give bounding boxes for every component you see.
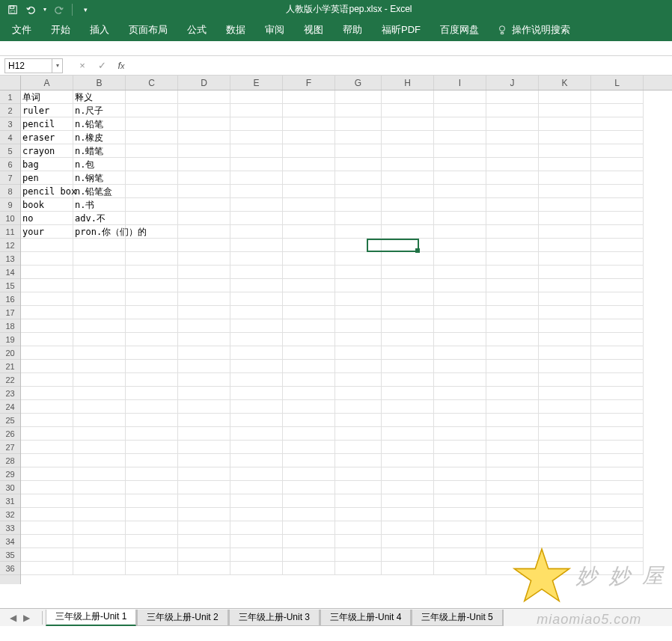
cell-B19[interactable] [73,333,126,346]
cell-J12[interactable] [486,239,539,252]
cell-E35[interactable] [230,548,283,562]
cell-B2[interactable]: n.尺子 [73,104,126,117]
cell-D1[interactable] [178,91,230,104]
cell-H29[interactable] [382,467,434,481]
cell-A11[interactable]: your [21,225,73,239]
cell-H25[interactable] [382,414,434,427]
cell-K36[interactable] [539,562,591,575]
cell-D22[interactable] [178,373,230,387]
cell-F11[interactable] [283,225,335,239]
tab-insert[interactable]: 插入 [88,20,111,40]
col-header-B[interactable]: B [73,76,126,90]
cell-J34[interactable] [486,535,539,548]
cell-G10[interactable] [335,212,382,225]
cell-I31[interactable] [434,494,486,508]
cell-L4[interactable] [591,131,644,144]
cell-J9[interactable] [486,198,539,212]
cell-G29[interactable] [335,467,382,481]
cell-A32[interactable] [21,508,73,521]
cell-H19[interactable] [382,333,434,346]
cell-G2[interactable] [335,104,382,117]
cell-B28[interactable] [73,454,126,467]
cell-D27[interactable] [178,441,230,454]
cell-K11[interactable] [539,225,591,239]
cell-G35[interactable] [335,548,382,562]
cell-F3[interactable] [283,117,335,131]
cell-J35[interactable] [486,548,539,562]
cell-A9[interactable]: book [21,198,73,212]
cell-D5[interactable] [178,144,230,158]
cell-B9[interactable]: n.书 [73,198,126,212]
row-header-23[interactable]: 23 [0,387,20,400]
row-header-7[interactable]: 7 [0,171,20,185]
tab-baidu[interactable]: 百度网盘 [439,20,480,40]
cell-F6[interactable] [283,158,335,171]
cell-H7[interactable] [382,171,434,185]
cell-B8[interactable]: n.铅笔盒 [73,185,126,198]
cell-J27[interactable] [486,441,539,454]
row-header-15[interactable]: 15 [0,279,20,292]
cell-E5[interactable] [230,144,283,158]
cell-J15[interactable] [486,279,539,292]
cell-D2[interactable] [178,104,230,117]
cell-I11[interactable] [434,225,486,239]
cell-G28[interactable] [335,454,382,467]
cell-B34[interactable] [73,535,126,548]
cell-K24[interactable] [539,400,591,414]
cell-J19[interactable] [486,333,539,346]
cell-C36[interactable] [126,562,178,575]
cell-H12[interactable] [382,239,434,252]
fx-icon[interactable]: fx [115,60,127,72]
cell-H28[interactable] [382,454,434,467]
row-header-16[interactable]: 16 [0,292,20,306]
sheet-nav-prev-icon[interactable]: ◀ [7,613,18,623]
cell-J18[interactable] [486,319,539,333]
cell-J33[interactable] [486,521,539,535]
tab-file[interactable]: 文件 [10,20,33,40]
row-header-22[interactable]: 22 [0,373,20,387]
cell-B30[interactable] [73,481,126,494]
col-header-A[interactable]: A [21,76,73,90]
cell-B14[interactable] [73,266,126,279]
cell-I19[interactable] [434,333,486,346]
tab-layout[interactable]: 页面布局 [127,20,169,40]
cell-A7[interactable]: pen [21,171,73,185]
cell-D28[interactable] [178,454,230,467]
cell-B10[interactable]: adv.不 [73,212,126,225]
cell-F33[interactable] [283,521,335,535]
col-header-K[interactable]: K [539,76,591,90]
cell-L32[interactable] [591,508,644,521]
cell-I2[interactable] [434,104,486,117]
cell-K8[interactable] [539,185,591,198]
cell-C22[interactable] [126,373,178,387]
cell-H17[interactable] [382,306,434,319]
cell-E10[interactable] [230,212,283,225]
row-header-36[interactable]: 36 [0,562,20,575]
tab-home[interactable]: 开始 [49,20,72,40]
cell-D12[interactable] [178,239,230,252]
cell-J16[interactable] [486,292,539,306]
cell-L26[interactable] [591,427,644,441]
cell-J6[interactable] [486,158,539,171]
cancel-icon[interactable]: × [76,60,88,72]
row-header-19[interactable]: 19 [0,333,20,346]
cell-C35[interactable] [126,548,178,562]
cell-L18[interactable] [591,319,644,333]
cell-H13[interactable] [382,252,434,266]
cell-L27[interactable] [591,441,644,454]
cell-B24[interactable] [73,400,126,414]
cell-L10[interactable] [591,212,644,225]
cell-H34[interactable] [382,535,434,548]
row-header-5[interactable]: 5 [0,144,20,158]
tab-data[interactable]: 数据 [224,20,247,40]
cell-F19[interactable] [283,333,335,346]
cell-K26[interactable] [539,427,591,441]
cell-C14[interactable] [126,266,178,279]
cell-A18[interactable] [21,319,73,333]
cell-J17[interactable] [486,306,539,319]
cell-A12[interactable] [21,239,73,252]
cell-K5[interactable] [539,144,591,158]
cell-D21[interactable] [178,360,230,373]
cell-A23[interactable] [21,387,73,400]
cell-K1[interactable] [539,91,591,104]
